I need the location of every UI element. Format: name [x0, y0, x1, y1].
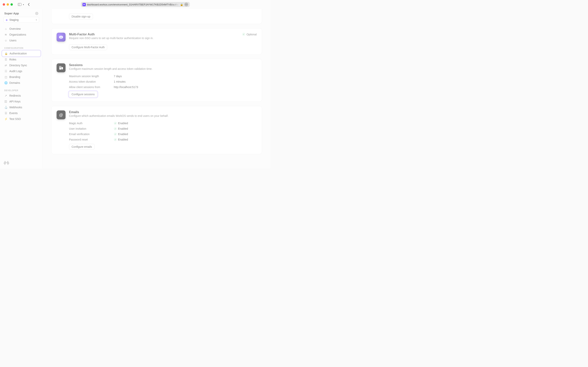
key-icon: ⚿ [4, 100, 7, 103]
sidebar-item-label: Organizations [9, 33, 26, 36]
configure-sessions-button[interactable]: Configure sessions [69, 91, 97, 97]
kv-value: ✓Enabled [114, 138, 128, 141]
signup-card: Disable sign-up [51, 9, 262, 24]
audit-icon: ☷ [4, 70, 7, 73]
redirect-icon: ↗ [4, 94, 7, 97]
environment-dot-icon: ◈ [6, 18, 8, 21]
kv-value: http://localhost:5173 [114, 85, 138, 89]
sidebar-item-domains[interactable]: 🌐 Domains [2, 80, 41, 86]
mfa-status-text: Optional [247, 33, 257, 36]
kv-key: Email verification [69, 133, 104, 136]
disable-signup-button[interactable]: Disable sign-up [69, 14, 93, 19]
sidebar-item-organizations[interactable]: ≋ Organizations [2, 32, 41, 38]
sidebar-item-label: Directory Sync [9, 64, 27, 67]
app-title: Super App [4, 12, 19, 15]
gear-icon[interactable] [35, 12, 38, 15]
emails-icon: @ [57, 110, 66, 119]
kv-key: Password reset [69, 138, 104, 141]
check-icon: ✓ [114, 122, 117, 125]
kv-value: ✓Enabled [114, 133, 128, 136]
check-icon: ✓ [114, 138, 117, 141]
kv-row: Allow client sessions from http://localh… [69, 85, 257, 89]
mfa-title: Multi-Factor Auth [69, 33, 153, 36]
sidebar-item-label: Redirects [9, 94, 21, 97]
svg-point-4 [60, 37, 61, 38]
minimize-window-icon[interactable] [7, 3, 9, 6]
environment-switcher[interactable]: ◈ Staging ▾ [3, 17, 39, 23]
sidebar-item-label: Authentication [9, 52, 27, 55]
emails-title: Emails [69, 110, 168, 114]
sidebar-toggle-icon[interactable] [18, 3, 21, 6]
site-favicon-icon: ◆ [83, 3, 86, 6]
sidebar-item-label: Domains [9, 81, 20, 84]
kv-key: Allow client sessions from [69, 85, 104, 89]
url-text: dashboard.workos.com/environment_01HARXT… [87, 3, 179, 6]
close-window-icon[interactable] [3, 3, 5, 6]
sidebar-item-branding[interactable]: ◫ Branding [2, 74, 41, 80]
sidebar-item-label: Roles [9, 58, 16, 61]
back-icon[interactable] [28, 3, 30, 6]
sidebar-item-users[interactable]: ☺ Users [2, 38, 41, 43]
kv-row: Access token duration 1 minutes [69, 80, 257, 83]
kv-value: ✓Enabled [114, 127, 128, 130]
sidebar-item-events[interactable]: ☰ Events [2, 110, 41, 116]
kv-row: Magic Auth ✓Enabled [69, 122, 257, 125]
home-icon: ⌂ [4, 27, 7, 30]
sidebar-item-api-keys[interactable]: ⚿ API Keys [2, 99, 41, 104]
sessions-description: Configure maximum session length and acc… [69, 67, 152, 70]
svg-point-2 [36, 13, 37, 14]
address-bar[interactable]: ◆ dashboard.workos.com/environment_01HAR… [81, 2, 190, 7]
sidebar-item-overview[interactable]: ⌂ Overview [2, 26, 41, 32]
kv-value: 1 minutes [114, 80, 126, 83]
svg-rect-0 [18, 3, 21, 6]
sessions-title: Sessions [69, 63, 152, 67]
kv-row: Maximum session length 7 days [69, 75, 257, 78]
more-menu-icon[interactable]: ⋯ [184, 2, 188, 6]
svg-point-6 [61, 37, 62, 38]
directory-icon: ⇄ [4, 64, 7, 67]
sessions-card: Sessions Configure maximum session lengt… [51, 59, 262, 102]
maximize-window-icon[interactable] [10, 3, 13, 6]
kv-key: Maximum session length [69, 75, 104, 78]
configure-emails-button[interactable]: Configure emails [69, 144, 94, 150]
sidebar-item-audit-logs[interactable]: ☷ Audit Logs [2, 68, 41, 74]
sidebar-item-label: Events [9, 112, 18, 115]
layers-icon: ≋ [4, 33, 7, 36]
sidebar-item-label: API Keys [9, 100, 21, 103]
svg-point-5 [61, 37, 61, 38]
kv-key: User invitation [69, 127, 104, 130]
configure-mfa-button[interactable]: Configure Multi-Factor Auth [69, 44, 107, 50]
workos-logo-icon [3, 160, 9, 165]
kv-value: ✓Enabled [114, 122, 128, 125]
sidebar-item-test-sso[interactable]: ⚡ Test SSO [2, 116, 41, 122]
section-label-configuration: CONFIGURATION [0, 43, 42, 50]
svg-rect-8 [60, 67, 61, 67]
chrome-chevron-down-icon[interactable]: ▾ [23, 3, 24, 6]
globe-icon: 🌐 [4, 81, 7, 84]
mfa-status-badge: ✓ Optional [242, 33, 257, 36]
svg-rect-9 [61, 67, 63, 69]
sidebar-item-label: Branding [9, 75, 20, 79]
kv-row: Email verification ✓Enabled [69, 133, 257, 136]
sidebar-item-directory-sync[interactable]: ⇄ Directory Sync [2, 62, 41, 68]
sidebar-item-webhooks[interactable]: ⚓ Webhooks [2, 104, 41, 110]
sidebar-item-label: Audit Logs [9, 70, 22, 73]
webhook-icon: ⚓ [4, 106, 7, 109]
sidebar-item-authentication[interactable]: 🔒 Authentication [2, 50, 41, 57]
kv-key: Magic Auth [69, 122, 104, 125]
sidebar-item-label: Webhooks [9, 106, 22, 109]
bolt-icon: ⚡ [4, 117, 7, 121]
lock-icon: 🔒 [180, 3, 183, 6]
check-icon: ✓ [114, 133, 117, 136]
check-icon: ✓ [242, 33, 245, 36]
sidebar-item-label: Users [9, 39, 17, 42]
emails-description: Configure which authentication emails Wo… [69, 114, 168, 117]
emails-card: @ Emails Configure which authentication … [51, 106, 262, 154]
kv-row: Password reset ✓Enabled [69, 138, 257, 141]
sidebar-item-redirects[interactable]: ↗ Redirects [2, 93, 41, 99]
sidebar-item-label: Overview [9, 27, 21, 30]
window-traffic-lights[interactable] [3, 3, 13, 6]
sidebar-item-roles[interactable]: ☰ Roles [2, 57, 41, 62]
mfa-card: Multi-Factor Auth Require non-SSO users … [51, 28, 262, 55]
kv-row: User invitation ✓Enabled [69, 127, 257, 130]
